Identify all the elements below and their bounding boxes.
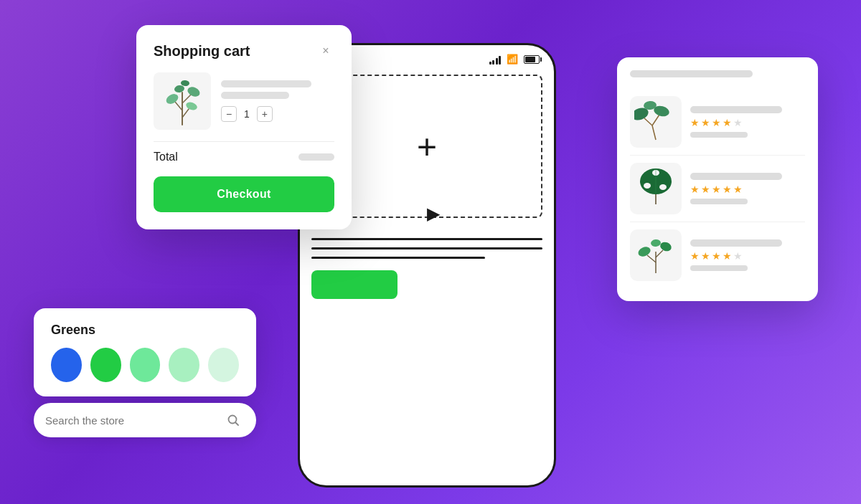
color-blue-green[interactable]	[51, 348, 82, 382]
phone-action-button[interactable]	[311, 270, 397, 299]
product-list-panel: ★ ★ ★ ★ ★	[617, 57, 818, 301]
svg-point-8	[181, 80, 190, 86]
svg-point-4	[164, 92, 180, 105]
panel-header-placeholder	[630, 70, 753, 77]
search-icon[interactable]	[222, 409, 245, 432]
close-button[interactable]: ×	[317, 42, 334, 60]
star-2: ★	[701, 117, 710, 128]
svg-line-1	[175, 102, 182, 110]
star-1: ★	[690, 184, 700, 195]
svg-point-9	[229, 416, 237, 424]
cart-total-row: Total	[154, 151, 334, 163]
product-stars-1: ★ ★ ★ ★ ★	[690, 117, 805, 128]
search-bar[interactable]	[34, 403, 256, 437]
star-5: ★	[733, 117, 743, 128]
cart-item-image	[154, 72, 211, 130]
color-green[interactable]	[90, 348, 121, 382]
svg-point-6	[185, 101, 198, 112]
wifi-icon: 📶	[507, 54, 518, 65]
product-name-2	[690, 173, 782, 180]
text-line-1	[311, 238, 542, 240]
product-info-1: ★ ★ ★ ★ ★	[690, 106, 805, 138]
total-label: Total	[154, 151, 178, 163]
cart-title: Shopping cart	[154, 43, 250, 60]
product-price-1	[690, 132, 748, 138]
star-5: ★	[733, 184, 743, 195]
star-3: ★	[712, 250, 721, 262]
decrease-quantity-button[interactable]: −	[221, 106, 237, 122]
total-value-placeholder	[298, 153, 334, 161]
star-4: ★	[723, 250, 732, 262]
product-image-3	[630, 229, 682, 281]
text-line-2	[311, 247, 542, 249]
cart-divider	[154, 141, 334, 142]
shopping-cart-panel: Shopping cart ×	[136, 25, 352, 229]
color-pale-green[interactable]	[208, 348, 239, 382]
search-input[interactable]	[45, 414, 222, 427]
cart-item-info: − 1 +	[221, 80, 334, 122]
greens-title: Greens	[51, 323, 239, 338]
star-4: ★	[723, 184, 732, 195]
product-stars-3: ★ ★ ★ ★ ★	[690, 250, 805, 262]
product-info-2: ★ ★ ★ ★ ★	[690, 173, 805, 204]
product-price-3	[690, 265, 748, 271]
color-palette	[51, 348, 239, 382]
battery-icon	[524, 55, 540, 64]
product-name-1	[690, 106, 782, 113]
checkout-button[interactable]: Checkout	[154, 176, 334, 212]
product-info-3: ★ ★ ★ ★ ★	[690, 239, 805, 271]
star-3: ★	[712, 184, 721, 195]
svg-line-13	[652, 115, 659, 125]
text-line-3	[311, 257, 485, 259]
quantity-control: − 1 +	[221, 106, 334, 122]
add-icon: +	[417, 127, 437, 166]
product-image-1	[630, 96, 682, 148]
item-variant-placeholder	[221, 92, 289, 99]
increase-quantity-button[interactable]: +	[257, 106, 273, 122]
star-2: ★	[701, 184, 710, 195]
color-light-green[interactable]	[169, 348, 199, 382]
svg-line-3	[182, 109, 189, 118]
product-price-2	[690, 199, 748, 204]
cursor-icon: ▶	[427, 204, 440, 224]
star-2: ★	[701, 250, 710, 262]
signal-icon	[489, 54, 502, 65]
svg-point-28	[651, 239, 662, 247]
svg-line-2	[182, 95, 191, 103]
svg-point-27	[659, 241, 672, 253]
product-image-2	[630, 163, 682, 214]
star-4: ★	[723, 117, 732, 128]
star-1: ★	[690, 117, 700, 128]
quantity-value: 1	[244, 108, 250, 120]
svg-point-20	[659, 184, 667, 190]
svg-point-7	[174, 85, 185, 93]
product-item-2[interactable]: ★ ★ ★ ★ ★	[630, 156, 805, 222]
star-1: ★	[690, 250, 700, 262]
product-name-3	[690, 239, 782, 247]
svg-line-10	[236, 423, 239, 426]
product-item-1[interactable]: ★ ★ ★ ★ ★	[630, 89, 805, 156]
cart-header: Shopping cart ×	[154, 42, 334, 60]
svg-line-24	[647, 255, 656, 262]
star-5: ★	[733, 250, 743, 262]
item-name-placeholder	[221, 80, 311, 87]
svg-point-26	[636, 245, 651, 258]
color-medium-green[interactable]	[130, 348, 161, 382]
greens-panel: Greens	[34, 308, 256, 396]
product-item-3[interactable]: ★ ★ ★ ★ ★	[630, 222, 805, 288]
svg-line-11	[652, 125, 656, 140]
product-stars-2: ★ ★ ★ ★ ★	[690, 184, 805, 195]
cart-item: − 1 +	[154, 72, 334, 130]
svg-line-25	[656, 250, 663, 257]
star-3: ★	[712, 117, 721, 128]
plant-illustration	[157, 76, 207, 126]
svg-point-19	[644, 183, 651, 189]
